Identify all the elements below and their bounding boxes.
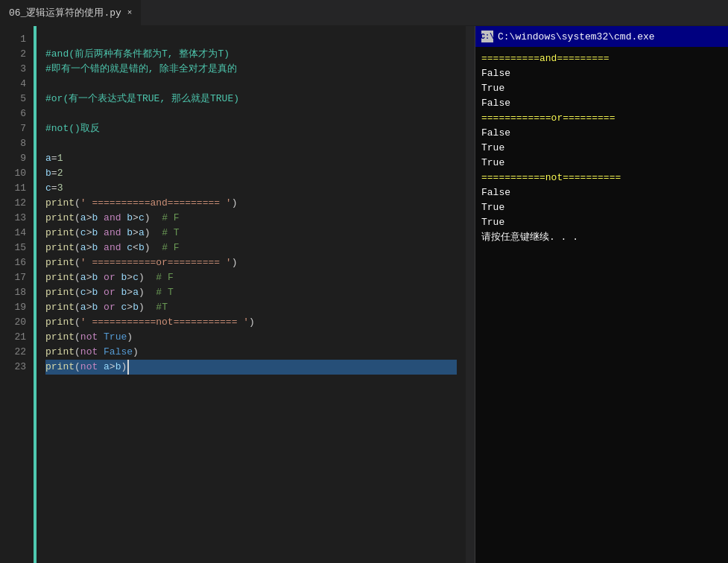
code-line-active: print(not a>b) (45, 360, 457, 375)
tab-filename: 06_逻辑运算符的使用.py (9, 6, 121, 19)
cmd-titlebar: C:\ C:\windows\system32\cmd.exe (475, 26, 728, 47)
code-line: print(' ===========not=========== ') (45, 315, 457, 330)
cmd-output-line: False (481, 66, 722, 81)
cmd-output-line: True (481, 156, 722, 171)
cmd-output-line: False (481, 96, 722, 111)
code-line: #or(有一个表达式是TRUE, 那么就是TRUE) (45, 92, 457, 106)
code-line: #即有一个错的就是错的, 除非全对才是真的 (45, 62, 457, 77)
cmd-icon: C:\ (481, 31, 493, 42)
cmd-output-line: True (481, 81, 722, 96)
code-line: print(a>b and c<b) # F (45, 241, 457, 255)
code-line: #not()取反 (45, 121, 457, 136)
cmd-output-line: False (481, 126, 722, 141)
code-line: a=1 (45, 151, 457, 166)
code-line: print(not False) (45, 345, 457, 360)
code-line: print(c>b or b>a) # T (45, 285, 457, 300)
code-line: print(not True) (45, 330, 457, 345)
cmd-output-line: 请按任意键继续. . . (481, 230, 722, 245)
code-line (45, 136, 457, 151)
main-layout: 1 2 3 4 5 6 7 8 9 10 11 12 13 14 15 16 1… (0, 26, 728, 563)
tab-close-button[interactable]: × (127, 8, 133, 17)
code-line (45, 77, 457, 92)
code-line: print(' ==========and========= ') (45, 196, 457, 211)
code-line: #and(前后两种有条件都为T, 整体才为T) (45, 47, 457, 62)
code-line: c=3 (45, 181, 457, 196)
code-line (45, 106, 457, 121)
tab-bar: 06_逻辑运算符的使用.py × (0, 0, 728, 26)
code-editor[interactable]: #and(前后两种有条件都为T, 整体才为T) #即有一个错的就是错的, 除非全… (37, 26, 466, 563)
cmd-output-line: True (481, 200, 722, 215)
scrollbar-track[interactable] (466, 26, 475, 563)
editor-panel: 1 2 3 4 5 6 7 8 9 10 11 12 13 14 15 16 1… (0, 26, 475, 563)
code-line: print(a>b or b>c) # F (45, 270, 457, 285)
code-line: print(a>b and b>c) # F (45, 211, 457, 226)
code-line: b=2 (45, 166, 457, 181)
cmd-title: C:\windows\system32\cmd.exe (498, 31, 655, 42)
cmd-output-line: True (481, 215, 722, 230)
code-line: print(' ===========or========= ') (45, 255, 457, 270)
cmd-output-line: ============or========= (481, 111, 722, 126)
cmd-panel: C:\ C:\windows\system32\cmd.exe ========… (475, 26, 728, 563)
cmd-output-line: ==========and========= (481, 51, 722, 66)
code-line: print(c>b and b>a) # T (45, 226, 457, 241)
code-line: print(a>b or c>b) #T (45, 300, 457, 315)
line-numbers: 1 2 3 4 5 6 7 8 9 10 11 12 13 14 15 16 1… (0, 26, 34, 563)
cmd-output-line: True (481, 141, 722, 156)
cmd-output: ==========and========= False True False … (475, 47, 728, 563)
cmd-output-line: False (481, 185, 722, 200)
cmd-output-line: ===========not========== (481, 171, 722, 185)
code-line (45, 32, 457, 47)
tab-item[interactable]: 06_逻辑运算符的使用.py × (0, 0, 142, 25)
